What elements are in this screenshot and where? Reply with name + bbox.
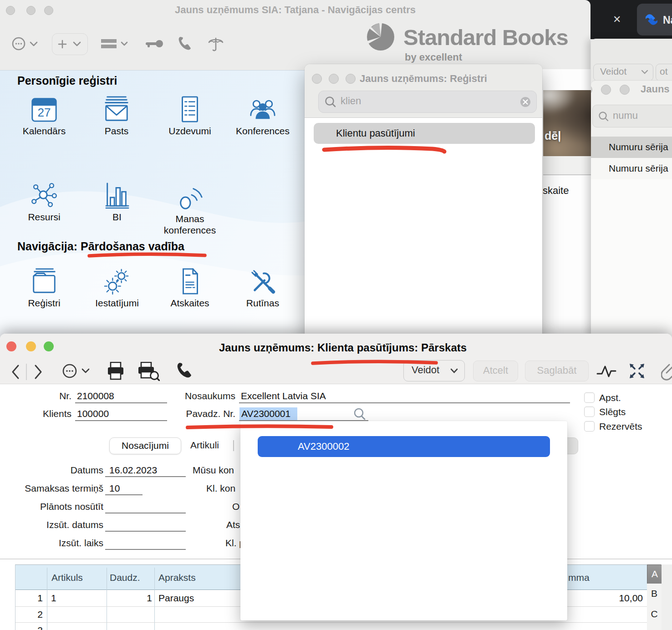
nav-item-iestatijumi[interactable]: Iestatījumi <box>85 267 149 309</box>
tasks-icon <box>176 95 204 123</box>
nav-item-kalendars[interactable]: 27 Kalendārs <box>12 95 76 137</box>
browser-tab-label: Na <box>663 14 672 26</box>
save-button[interactable]: Saglabāt <box>525 361 589 381</box>
back-window-label-fragment: skaite <box>543 185 569 197</box>
popup-title: Jauns uzņēmums: Reģistri <box>305 73 542 85</box>
section-personal-title: Personīgie reģistri <box>17 74 117 87</box>
brand-name: Standard Books <box>403 25 568 50</box>
series-row-selected[interactable]: Numuru sērija <box>591 137 672 158</box>
nav-item-uzdevumi[interactable]: Uzdevumi <box>158 95 222 137</box>
col-header-summa-fragment[interactable]: mma <box>568 572 590 583</box>
col-header-apraksts[interactable]: Apraksts <box>158 572 196 583</box>
waybill-dropdown: AV2300002 <box>240 421 567 620</box>
network-icon <box>30 181 58 209</box>
col-header-artikuls[interactable]: Artikuls <box>51 572 83 583</box>
more-options-button[interactable] <box>62 364 92 379</box>
tab-nosacijumi[interactable]: Nosacījumi <box>109 437 181 454</box>
create-button-right[interactable]: Veidot <box>593 64 653 81</box>
order-window-title: Jauns uzņēmums: Klienta pasūtījums: Pārs… <box>0 341 672 354</box>
order-window: Jauns uzņēmums: Klienta pasūtījums: Pārs… <box>0 334 672 630</box>
expand-icon[interactable] <box>629 363 645 379</box>
confluence-logo-icon <box>644 12 659 27</box>
klients-value[interactable]: 100000 <box>77 408 109 419</box>
checkbox-rezervets[interactable] <box>584 421 595 432</box>
checkbox-slegts-label: Slēgts <box>599 406 626 417</box>
nav-item-manas-konferences[interactable]: Manas konferences <box>158 183 222 236</box>
cancel-button[interactable]: Atcelt <box>473 361 518 381</box>
atsauce-label: Ats <box>226 519 240 530</box>
nosaukums-value[interactable]: Excellent Latvia SIA <box>241 391 326 401</box>
nosaukums-label: Nosaukums <box>181 391 235 401</box>
side-tab-a[interactable]: A <box>647 564 662 584</box>
background-window-strip: dēļ skaite <box>542 69 591 337</box>
inner-window-title: Jauns <box>641 83 670 95</box>
nav-item-pasts[interactable]: Pasts <box>85 95 148 137</box>
nav-item-konferences[interactable]: Konferences <box>231 95 295 137</box>
nav-item-rutinas[interactable]: Rutīnas <box>231 267 295 309</box>
clear-search-icon[interactable] <box>520 97 531 107</box>
activity-icon[interactable] <box>596 365 616 377</box>
svg-text:27: 27 <box>37 106 51 119</box>
col-header-daudz[interactable]: Daudz. <box>110 572 140 583</box>
objekts-label: O <box>232 501 239 512</box>
side-tab-b[interactable]: B <box>647 584 662 605</box>
tab-artikuli[interactable]: Artikuli <box>190 440 219 451</box>
print-preview-icon[interactable] <box>138 362 160 381</box>
izsut-datums-label: Izsūt. datums <box>12 519 103 530</box>
attachment-icon[interactable] <box>661 361 672 381</box>
nr-value[interactable]: 2100008 <box>77 391 114 401</box>
checkbox-apst-label: Apst. <box>599 392 621 403</box>
brand-logo-icon <box>367 23 395 51</box>
title-highlight: Klienta pasūtījums: <box>317 341 418 354</box>
browser-close-icon[interactable]: ✕ <box>613 14 624 25</box>
registry-search-field[interactable]: klien <box>318 91 537 113</box>
samaksas-label: Samaksas termiņš <box>12 483 103 494</box>
checkbox-apst[interactable] <box>584 392 595 403</box>
gears-icon <box>103 267 131 295</box>
window-title: Jauns uzņēmums SIA: Tatjana - Navigācija… <box>0 4 591 16</box>
phone-icon-toolbar[interactable] <box>178 36 193 52</box>
lookup-icon[interactable] <box>353 407 367 421</box>
table-row-3[interactable]: 3 <box>15 622 647 630</box>
samaksas-value[interactable]: 10 <box>109 483 120 494</box>
side-tab-d[interactable]: D <box>647 625 662 630</box>
datums-value[interactable]: 16.02.2023 <box>109 465 157 476</box>
izsut-laiks-label: Izsūt. laiks <box>12 538 103 549</box>
dropdown-option-selected[interactable]: AV2300002 <box>258 436 550 457</box>
calendar-icon: 27 <box>30 95 58 123</box>
right-panel-window: Veidot ot Jauns numu Numuru sērija Numur… <box>591 39 672 337</box>
bar-chart-icon <box>103 181 131 209</box>
registry-result-row[interactable]: Klientu pasūtījumi <box>314 123 535 144</box>
nav-item-resursi[interactable]: Resursi <box>12 181 76 223</box>
key-icon[interactable] <box>145 37 164 50</box>
checkbox-rezervets-label: Rezervēts <box>599 421 642 432</box>
nav-item-bi[interactable]: BI <box>85 181 149 223</box>
forward-icon <box>36 366 41 378</box>
signal-icon <box>176 183 204 211</box>
pavadz-value[interactable]: AV2300001 <box>241 408 290 419</box>
side-tab-c[interactable]: C <box>647 604 662 625</box>
screen: ✕ Na Jauns uzņēmums SIA: Tatjana - Navig… <box>0 0 672 630</box>
photo-caption: dēļ <box>545 129 561 142</box>
nav-item-atskaites[interactable]: Atskaites <box>158 267 222 309</box>
add-button[interactable] <box>52 33 88 55</box>
history-nav-buttons[interactable] <box>10 363 45 381</box>
more-options-button[interactable] <box>12 37 39 51</box>
series-row[interactable]: Numuru sērija <box>591 158 672 179</box>
create-button[interactable]: Veidot <box>403 360 465 381</box>
series-search-field[interactable]: numu <box>592 105 672 127</box>
klients-label: Klients <box>26 408 71 419</box>
print-icon[interactable] <box>107 362 124 380</box>
nr-label: Nr. <box>26 391 71 401</box>
umbrella-icon[interactable] <box>208 36 224 52</box>
brand-byline: by excellent <box>405 51 462 63</box>
module-photo: dēļ <box>543 90 591 156</box>
nav-item-registri[interactable]: Reģistri <box>12 267 76 309</box>
list-view-button[interactable] <box>101 39 129 50</box>
folder-icon <box>30 267 58 295</box>
phone-icon[interactable] <box>177 362 192 380</box>
window-controls <box>591 84 632 95</box>
checkbox-slegts[interactable] <box>584 406 595 417</box>
create-button-fragment[interactable]: ot <box>656 64 672 81</box>
report-icon <box>176 267 204 295</box>
